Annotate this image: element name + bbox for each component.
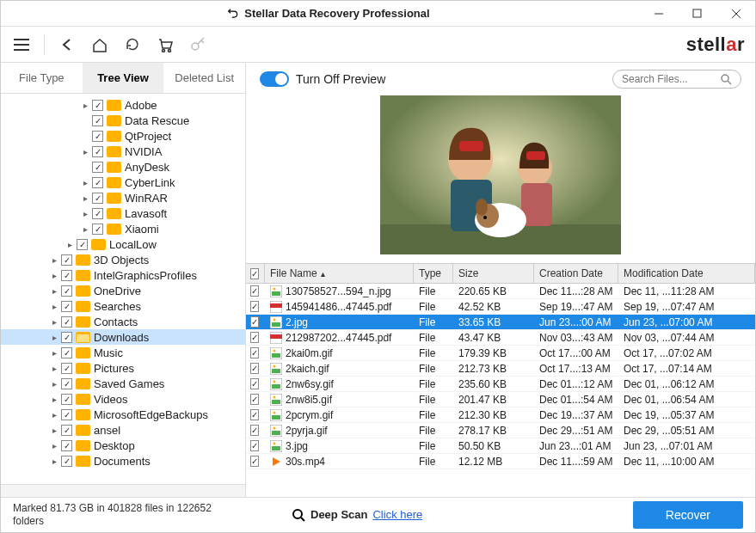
tree-checkbox[interactable]: ✓ <box>61 409 72 420</box>
expand-icon[interactable]: ▸ <box>80 178 90 187</box>
tree-item[interactable]: ▸✓Music <box>1 345 245 360</box>
minimize-button[interactable] <box>639 1 678 26</box>
file-row[interactable]: ✓145941486...47445.pdfFile42.52 KBSep 19… <box>246 299 755 315</box>
expand-icon[interactable]: ▸ <box>49 271 59 280</box>
tree-checkbox[interactable]: ✓ <box>61 254 72 266</box>
tree-checkbox[interactable]: ✓ <box>92 115 103 126</box>
file-row[interactable]: ✓30s.mp4File12.12 MBDec 11...:59 AMDec 1… <box>246 454 755 469</box>
tree-checkbox[interactable]: ✓ <box>61 301 72 312</box>
file-checkbox[interactable]: ✓ <box>250 301 259 312</box>
tree-item[interactable]: ▸✓CyberLink <box>1 175 245 190</box>
file-checkbox[interactable]: ✓ <box>250 456 259 467</box>
tree-item[interactable]: ▸✓ansel <box>1 422 245 438</box>
key-icon[interactable] <box>187 34 208 55</box>
file-checkbox[interactable]: ✓ <box>250 347 259 358</box>
tree-item[interactable]: ▸✓NVIDIA <box>1 144 245 159</box>
expand-icon[interactable]: ▸ <box>49 364 59 373</box>
file-checkbox[interactable]: ✓ <box>250 394 259 405</box>
back-icon[interactable] <box>57 34 77 55</box>
tree-item[interactable]: ▸✓WinRAR <box>1 190 245 205</box>
tree-item[interactable]: ▸✓OneDrive <box>1 283 245 298</box>
tree-item[interactable]: ▸✓Searches <box>1 298 245 314</box>
column-creation-date[interactable]: Creation Date <box>534 264 618 283</box>
expand-icon[interactable]: ▸ <box>49 333 59 342</box>
cart-icon[interactable] <box>155 34 175 55</box>
expand-icon[interactable]: ▸ <box>80 224 90 234</box>
file-row[interactable]: ✓2kai0m.gifFile179.39 KBOct 17...:00 AMO… <box>246 346 755 361</box>
tree-checkbox[interactable]: ✓ <box>61 332 72 343</box>
tree-item[interactable]: ✓AnyDesk <box>1 159 245 175</box>
column-filename[interactable]: File Name ▴ <box>265 264 414 283</box>
expand-icon[interactable]: ▸ <box>80 193 90 203</box>
tree-checkbox[interactable]: ✓ <box>92 193 103 204</box>
file-checkbox[interactable]: ✓ <box>250 363 259 374</box>
tree-checkbox[interactable]: ✓ <box>61 440 72 451</box>
tree-checkbox[interactable]: ✓ <box>61 363 72 374</box>
home-icon[interactable] <box>89 34 110 55</box>
file-checkbox[interactable]: ✓ <box>250 285 259 297</box>
expand-icon[interactable]: ▸ <box>49 456 59 466</box>
tree-checkbox[interactable]: ✓ <box>77 239 88 250</box>
file-checkbox[interactable]: ✓ <box>250 378 259 389</box>
tree-checkbox[interactable]: ✓ <box>61 316 72 328</box>
tab-deleted-list[interactable]: Deleted List <box>163 63 245 93</box>
menu-icon[interactable] <box>11 34 32 55</box>
expand-icon[interactable]: ▸ <box>49 255 59 265</box>
file-row[interactable]: ✓2.jpgFile33.65 KBJun 23...:00 AMJun 23,… <box>246 315 755 330</box>
file-checkbox[interactable]: ✓ <box>250 425 259 436</box>
search-input[interactable] <box>622 73 720 85</box>
tree-item[interactable]: ▸✓Documents <box>1 453 245 469</box>
tree-item[interactable]: ▸✓IntelGraphicsProfiles <box>1 267 245 283</box>
expand-icon[interactable]: ▸ <box>49 395 59 404</box>
tree-item[interactable]: ▸✓3D Objects <box>1 252 245 267</box>
tab-file-type[interactable]: File Type <box>1 63 83 93</box>
tree-item[interactable]: ▸✓Downloads <box>1 329 245 345</box>
file-row[interactable]: ✓3.jpgFile50.50 KBJun 23...:01 AMJun 23,… <box>246 438 755 454</box>
expand-icon[interactable]: ▸ <box>80 147 90 156</box>
deep-scan-link[interactable]: Click here <box>372 508 422 521</box>
expand-icon[interactable]: ▸ <box>49 379 59 389</box>
expand-icon[interactable]: ▸ <box>49 348 59 358</box>
folder-tree[interactable]: ▸✓Adobe✓Data Rescue✓QtProject▸✓NVIDIA✓An… <box>1 94 245 484</box>
expand-icon[interactable]: ▸ <box>80 209 90 218</box>
tree-checkbox[interactable]: ✓ <box>92 162 103 173</box>
close-button[interactable] <box>716 1 755 26</box>
select-all-checkbox[interactable]: ✓ <box>250 268 259 279</box>
tree-item[interactable]: ▸✓LocalLow <box>1 236 245 252</box>
file-checkbox[interactable]: ✓ <box>250 332 259 343</box>
refresh-icon[interactable] <box>122 34 143 55</box>
expand-icon[interactable]: ▸ <box>49 317 59 327</box>
expand-icon[interactable]: ▸ <box>65 240 75 249</box>
tree-hscroll[interactable] <box>1 484 245 497</box>
file-row[interactable]: ✓2pcrym.gifFile212.30 KBDec 19...:37 AMD… <box>246 407 755 423</box>
maximize-button[interactable] <box>678 1 716 26</box>
tab-tree-view[interactable]: Tree View <box>83 63 164 93</box>
file-grid[interactable]: ✓130758527...594_n.jpgFile220.65 KBDec 1… <box>246 284 755 497</box>
file-row[interactable]: ✓2pyrja.gifFile278.17 KBDec 29...:51 AMD… <box>246 423 755 438</box>
preview-toggle[interactable] <box>260 71 289 87</box>
tree-item[interactable]: ▸✓Adobe <box>1 97 245 113</box>
tree-item[interactable]: ▸✓MicrosoftEdgeBackups <box>1 407 245 422</box>
tree-checkbox[interactable]: ✓ <box>92 208 103 219</box>
tree-checkbox[interactable]: ✓ <box>92 177 103 188</box>
tree-item[interactable]: ▸✓Saved Games <box>1 376 245 391</box>
expand-icon[interactable]: ▸ <box>49 441 59 450</box>
expand-icon[interactable]: ▸ <box>80 101 90 110</box>
file-checkbox[interactable]: ✓ <box>250 409 259 420</box>
tree-item[interactable]: ▸✓Lavasoft <box>1 205 245 221</box>
column-modification-date[interactable]: Modification Date <box>618 264 755 283</box>
file-row[interactable]: ✓2kaich.gifFile212.73 KBOct 17...:13 AMO… <box>246 361 755 377</box>
file-row[interactable]: ✓2nw8i5.gifFile201.47 KBDec 01...:54 AMD… <box>246 392 755 407</box>
tree-item[interactable]: ✓Data Rescue <box>1 113 245 128</box>
column-size[interactable]: Size <box>453 264 534 283</box>
file-row[interactable]: ✓2nw6sy.gifFile235.60 KBDec 01...:12 AMD… <box>246 377 755 392</box>
tree-checkbox[interactable]: ✓ <box>61 456 72 467</box>
tree-checkbox[interactable]: ✓ <box>61 270 72 281</box>
expand-icon[interactable]: ▸ <box>49 286 59 296</box>
file-checkbox[interactable]: ✓ <box>250 440 259 451</box>
expand-icon[interactable]: ▸ <box>49 302 59 311</box>
search-icon[interactable] <box>720 73 732 85</box>
tree-checkbox[interactable]: ✓ <box>92 100 103 111</box>
tree-checkbox[interactable]: ✓ <box>61 378 72 389</box>
tree-checkbox[interactable]: ✓ <box>92 224 103 235</box>
